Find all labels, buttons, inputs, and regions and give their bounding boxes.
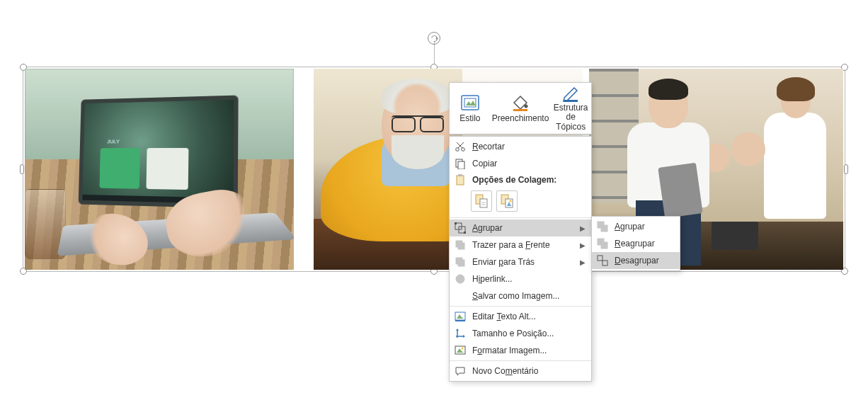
bring-front-icon xyxy=(452,238,468,252)
menu-format-picture-label: Formatar Imagem... xyxy=(472,346,586,355)
paste-options-row xyxy=(450,188,591,216)
svg-rect-5 xyxy=(513,109,527,111)
rotation-handle[interactable] xyxy=(428,32,440,45)
mini-outline-label: Estrutura de Tópicos xyxy=(552,103,590,132)
submenu-arrow-icon: ▶ xyxy=(578,258,586,266)
svg-point-7 xyxy=(456,148,459,152)
mini-style-button[interactable]: Estilo xyxy=(450,83,491,134)
link-icon xyxy=(452,272,468,286)
menu-edit-alt-text[interactable]: Editar Texto Alt... xyxy=(450,308,591,325)
alt-text-icon xyxy=(452,309,468,324)
paste-option-2[interactable] xyxy=(496,190,518,212)
menu-hyperlink-label: Hiperlink... xyxy=(472,274,586,284)
submenu-regroup-label: Reagrupar xyxy=(615,239,674,249)
context-menu: Recortar Copiar Opções de Colagem: Agrup… xyxy=(449,136,592,382)
submenu-group-label: Agrupar xyxy=(615,222,674,232)
mini-toolbar: Estilo Preenchimento Estrutura de Tópico… xyxy=(449,82,592,135)
rotation-stem xyxy=(434,42,435,64)
mini-fill-label: Preenchimento xyxy=(492,114,549,123)
picture-style-icon xyxy=(460,93,480,113)
menu-cut-label: Recortar xyxy=(472,142,586,152)
format-picture-icon xyxy=(452,343,468,358)
menu-size-position[interactable]: Tamanho e Posição... xyxy=(450,325,591,342)
menu-bring-front: Trazer para a Frente ▶ xyxy=(450,236,591,253)
menu-save-as-image[interactable]: Salvar como Imagem... xyxy=(450,287,591,304)
submenu-group: Agrupar xyxy=(592,218,680,235)
mini-style-label: Estilo xyxy=(459,114,480,123)
svg-rect-16 xyxy=(480,199,487,207)
svg-rect-14 xyxy=(458,174,462,176)
menu-bring-front-label: Trazer para a Frente xyxy=(472,240,574,250)
menu-paste-options-header: Opções de Colagem: xyxy=(450,172,591,188)
svg-line-9 xyxy=(458,142,464,148)
submenu-arrow-icon: ▶ xyxy=(578,241,586,249)
ungroup-icon xyxy=(595,253,610,268)
svg-rect-47 xyxy=(603,261,607,266)
svg-rect-12 xyxy=(458,161,464,169)
group-submenu: Agrupar Reagrupar Desagrupar xyxy=(591,216,680,271)
svg-point-4 xyxy=(525,105,528,108)
submenu-regroup: Reagrupar xyxy=(592,235,680,252)
svg-rect-28 xyxy=(458,260,464,266)
grouped-image-1[interactable] xyxy=(25,69,294,270)
group-icon xyxy=(595,219,610,234)
svg-rect-24 xyxy=(464,232,466,234)
comment-icon xyxy=(452,364,468,378)
menu-paste-options-label: Opções de Colagem: xyxy=(472,175,586,185)
menu-hyperlink: Hiperlink... xyxy=(450,270,591,287)
size-position-icon xyxy=(452,326,468,341)
svg-rect-23 xyxy=(455,222,457,224)
pen-outline-icon xyxy=(561,85,581,102)
group-icon xyxy=(452,221,468,235)
menu-cut[interactable]: Recortar xyxy=(450,138,591,155)
svg-rect-26 xyxy=(456,241,462,247)
svg-point-41 xyxy=(462,348,464,350)
menu-group-label: Agrupar xyxy=(472,223,574,233)
menu-new-comment[interactable]: Novo Comentário xyxy=(450,363,591,380)
menu-send-back-label: Enviar para Trás xyxy=(472,257,574,267)
svg-rect-43 xyxy=(601,225,607,232)
svg-rect-13 xyxy=(457,176,464,185)
svg-rect-34 xyxy=(455,320,465,321)
send-back-icon xyxy=(452,255,468,269)
mini-outline-button[interactable]: Estrutura de Tópicos xyxy=(550,83,591,134)
copy-icon xyxy=(452,156,468,171)
svg-marker-33 xyxy=(457,314,464,319)
svg-rect-46 xyxy=(598,256,603,261)
svg-marker-37 xyxy=(456,329,459,331)
paint-bucket-icon xyxy=(510,93,530,113)
svg-marker-38 xyxy=(463,335,465,338)
mini-fill-button[interactable]: Preenchimento xyxy=(491,83,551,134)
menu-format-picture[interactable]: Formatar Imagem... xyxy=(450,342,591,359)
menu-copy-label: Copiar xyxy=(472,159,586,169)
menu-save-as-image-label: Salvar como Imagem... xyxy=(472,291,586,301)
menu-send-back: Enviar para Trás ▶ xyxy=(450,253,591,270)
resize-handle-w[interactable] xyxy=(20,164,24,174)
svg-line-10 xyxy=(457,142,462,148)
slide-canvas: Estilo Preenchimento Estrutura de Tópico… xyxy=(0,0,868,405)
submenu-ungroup[interactable]: Desagrupar xyxy=(592,252,680,269)
scissors-icon xyxy=(452,139,468,154)
clipboard-icon xyxy=(452,173,468,187)
paste-option-1[interactable] xyxy=(471,190,492,212)
menu-new-comment-label: Novo Comentário xyxy=(472,366,586,376)
menu-edit-alt-text-label: Editar Texto Alt... xyxy=(472,312,586,321)
svg-marker-2 xyxy=(466,101,476,105)
resize-handle-e[interactable] xyxy=(844,164,848,174)
svg-point-8 xyxy=(462,148,465,152)
menu-group[interactable]: Agrupar ▶ xyxy=(450,219,591,236)
menu-copy[interactable]: Copiar xyxy=(450,155,591,172)
submenu-ungroup-label: Desagrupar xyxy=(615,256,674,266)
svg-rect-6 xyxy=(564,100,578,102)
submenu-arrow-icon: ▶ xyxy=(578,224,586,232)
svg-point-20 xyxy=(510,200,512,202)
menu-size-position-label: Tamanho e Posição... xyxy=(472,329,586,338)
regroup-icon xyxy=(595,236,610,251)
